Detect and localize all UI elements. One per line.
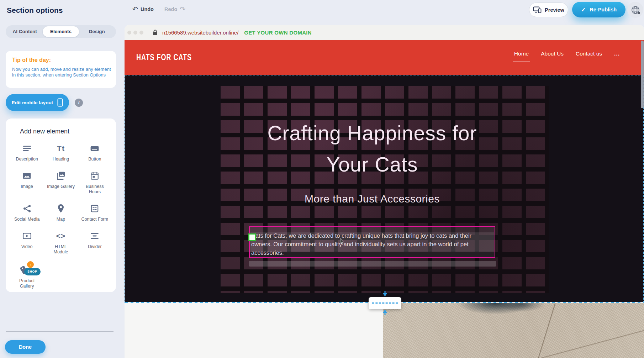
arrow-down-icon: [382, 291, 388, 297]
divider-icon: [90, 231, 99, 241]
devices-icon: [533, 6, 542, 13]
shop-badge: SHOP: [24, 268, 41, 275]
business-hours-icon: [90, 170, 99, 181]
add-element-video[interactable]: Video: [10, 231, 44, 255]
window-dots: [127, 31, 143, 35]
browser-bar: n1566589.websitebuilder.online/ GET YOUR…: [125, 25, 644, 40]
hero-heading[interactable]: Crafting Happiness for Your Cats: [249, 117, 495, 180]
add-element-description[interactable]: Description: [10, 143, 44, 162]
sidebar-divider: [6, 331, 114, 332]
tip-of-the-day-card: Tip of the day: Now you can add, move an…: [6, 51, 116, 88]
globe-status-dot: [638, 12, 640, 14]
html-module-icon: <>: [56, 231, 66, 241]
image-gallery-icon: [56, 170, 66, 181]
social-media-icon: [22, 203, 32, 214]
add-element-image[interactable]: Image: [10, 170, 44, 195]
map-pin-icon: [57, 203, 65, 214]
element-label: HTML Module: [47, 244, 75, 255]
edit-mobile-layout-button[interactable]: Edit mobile layout: [6, 94, 69, 111]
mouse-cursor: [340, 238, 344, 245]
element-grid: Description Tt Heading Button: [10, 143, 112, 289]
add-element-social-media[interactable]: Social Media: [10, 203, 44, 222]
element-label: Button: [88, 157, 101, 162]
add-element-image-gallery[interactable]: Image Gallery: [44, 170, 78, 195]
add-element-button[interactable]: Button: [78, 143, 112, 162]
undo-label: Undo: [141, 6, 154, 12]
hero-section-selected[interactable]: Crafting Happiness for Your Cats More th…: [125, 75, 644, 303]
window-dot: [139, 31, 143, 35]
add-new-element-card: Add new element Description Tt Heading B…: [6, 119, 116, 292]
tab-ai-content[interactable]: AI Content: [7, 26, 43, 37]
element-ghost-strip: [249, 261, 496, 267]
tip-title: Tip of the day:: [12, 57, 110, 63]
add-element-business-hours[interactable]: Business Hours: [78, 170, 112, 195]
button-icon: [90, 143, 100, 154]
contact-form-icon: [90, 203, 99, 214]
element-label: Description: [16, 157, 38, 162]
page-scrollbar-thumb[interactable]: [641, 41, 644, 108]
panel-tabs: AI Content Elements Design: [6, 25, 116, 38]
tab-elements[interactable]: Elements: [43, 26, 79, 37]
arrow-up-icon: [382, 309, 388, 315]
image-icon: [22, 170, 32, 181]
site-nav: Home About Us Contact us ...: [514, 51, 620, 57]
section-options-panel: Section options AI Content Elements Desi…: [0, 0, 118, 358]
site-logo[interactable]: HATS FOR CATS: [136, 52, 192, 63]
redo-button[interactable]: Redo ↷: [164, 6, 185, 12]
window-dot: [133, 31, 137, 35]
add-element-product-gallery[interactable]: ↑ SHOP Product Gallery: [10, 263, 44, 289]
element-label: Heading: [53, 157, 69, 162]
floor-photo-section[interactable]: [383, 303, 644, 358]
nav-more-ellipsis[interactable]: ...: [614, 51, 620, 57]
site-header: HATS FOR CATS Home About Us Contact us .…: [125, 40, 644, 75]
hero-subheading[interactable]: More than Just Accessories: [249, 193, 495, 205]
add-element-html-module[interactable]: <> HTML Module: [44, 231, 78, 255]
description-icon: [22, 143, 32, 154]
heading-icon: Tt: [57, 143, 65, 154]
element-label: Contact Form: [81, 217, 108, 222]
element-label: Social Media: [14, 217, 40, 222]
site-url[interactable]: n1566589.websitebuilder.online/: [162, 30, 238, 36]
tip-body: Now you can add, move and resize any ele…: [12, 67, 112, 78]
language-globe-button[interactable]: [627, 2, 643, 18]
check-icon: ✓: [581, 6, 586, 13]
republish-label: Re-Publish: [590, 7, 617, 12]
element-label: Divider: [88, 244, 102, 249]
nav-contact-us[interactable]: Contact us: [576, 51, 602, 57]
nav-about-us[interactable]: About Us: [541, 51, 564, 57]
done-button[interactable]: Done: [5, 340, 46, 354]
edit-mobile-layout-label: Edit mobile layout: [12, 100, 53, 105]
element-label: Image: [21, 184, 33, 189]
info-icon[interactable]: i: [75, 99, 83, 107]
element-drag-handle[interactable]: [248, 233, 256, 241]
nav-home[interactable]: Home: [514, 51, 529, 57]
product-gallery-icon: ↑ SHOP: [19, 263, 35, 275]
video-icon: [22, 231, 32, 241]
add-element-contact-form[interactable]: Contact Form: [78, 203, 112, 222]
republish-button[interactable]: ✓ Re-Publish: [572, 2, 625, 17]
mobile-phone-icon: [57, 98, 63, 107]
undo-button[interactable]: ↶ Undo: [132, 6, 154, 12]
get-domain-link[interactable]: GET YOUR OWN DOMAIN: [244, 30, 312, 36]
page-title: Section options: [7, 6, 63, 15]
handle-dash-line: [372, 302, 398, 304]
redo-label: Redo: [164, 6, 177, 12]
preview-label: Preview: [545, 7, 564, 13]
add-element-heading[interactable]: Tt Heading: [44, 143, 78, 162]
add-element-title: Add new element: [20, 128, 112, 135]
element-label: Map: [57, 217, 65, 222]
hero-paragraph[interactable]: Hats for Cats, we are dedicated to craft…: [250, 231, 495, 257]
add-element-map[interactable]: Map: [44, 203, 78, 222]
undo-icon: ↶: [132, 6, 138, 12]
add-element-divider[interactable]: Divider: [78, 231, 112, 255]
element-label: Product Gallery: [13, 278, 41, 289]
preview-button[interactable]: Preview: [529, 2, 568, 17]
element-label: Business Hours: [81, 184, 109, 195]
selected-text-element[interactable]: Hats for Cats, we are dedicated to craft…: [249, 226, 495, 258]
tab-design[interactable]: Design: [79, 26, 115, 37]
element-label: Video: [21, 244, 33, 249]
lock-icon: [153, 30, 158, 36]
section-resize-handle[interactable]: [369, 297, 401, 309]
window-dot: [127, 31, 131, 35]
site-preview-frame: n1566589.websitebuilder.online/ GET YOUR…: [125, 25, 644, 358]
